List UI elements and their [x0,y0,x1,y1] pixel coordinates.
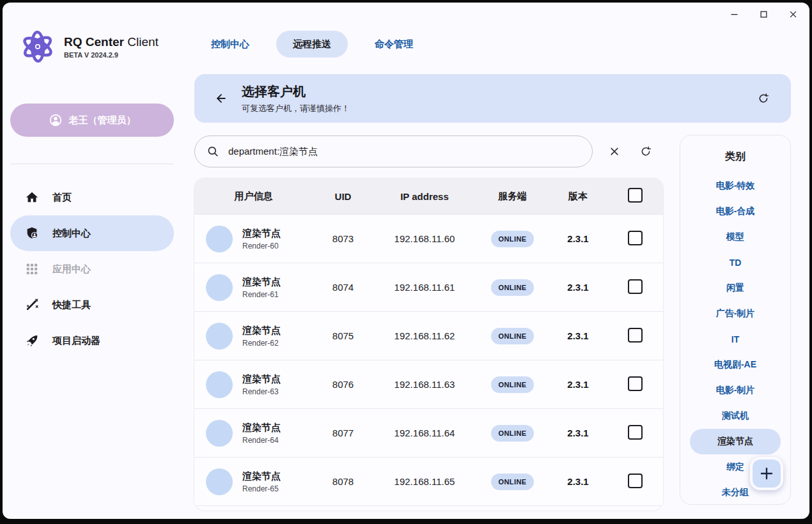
category-item[interactable]: 电影-制片 [690,378,781,403]
category-item[interactable]: IT [690,327,781,352]
category-item[interactable]: 电影-特效 [690,173,781,199]
sidebar-item-control-center[interactable]: 控制中心 [10,215,174,251]
sidebar-item-home[interactable]: 首页 [10,180,174,215]
client-ip: 192.168.11.63 [373,379,476,390]
category-list: 电影-特效 电影-合成 模型 TD 闲置 广告-制片 IT 电视剧-AE 电影-… [680,173,790,505]
col-header-user: 用户信息 [194,190,313,203]
table-header-row: 用户信息 UID IP address 服务端 版本 [194,178,663,214]
client-hostname: Render-65 [242,484,281,493]
user-name-label: 老王（管理员） [69,114,136,127]
sidebar-item-label: 控制中心 [52,227,91,240]
category-item[interactable]: 测试机 [690,403,781,429]
client-uid: 8078 [313,476,373,487]
client-version: 2.3.1 [549,428,607,438]
client-user-cell: 渲染节点 Render-61 [194,274,313,301]
col-header-uid: UID [313,191,373,202]
table-footer [194,505,663,511]
client-name: 渲染节点 [242,422,281,434]
client-hostname: Render-64 [242,436,281,445]
category-item[interactable]: 电视剧-AE [690,352,781,378]
row-checkbox[interactable] [628,328,643,343]
app-version: BETA V 2024.2.9 [64,51,159,59]
close-icon [788,10,798,19]
tab-control-center[interactable]: 控制中心 [194,31,266,58]
client-table: 用户信息 UID IP address 服务端 版本 渲染节点 Render-6… [194,178,663,511]
select-all-checkbox[interactable] [628,188,643,203]
close-button[interactable] [784,5,802,23]
avatar [206,420,233,447]
table-row[interactable]: 渲染节点 Render-63 8076 192.168.11.63 ONLINE… [194,360,663,408]
select-client-banner: 选择客户机 可复选客户机，请谨慎操作！ [194,74,791,123]
client-name: 渲染节点 [242,325,281,337]
table-row[interactable]: 渲染节点 Render-65 8078 192.168.11.65 ONLINE… [194,457,663,505]
row-checkbox[interactable] [628,376,643,391]
client-ip: 192.168.11.62 [373,330,476,341]
client-user-cell: 渲染节点 Render-62 [194,323,313,350]
sidebar-item-app-center[interactable]: 应用中心 [10,251,174,287]
table-row[interactable]: 渲染节点 Render-61 8074 192.168.11.61 ONLINE… [194,263,663,311]
plus-icon [759,466,774,481]
app-logo: RQ Center Client BETA V 2024.2.9 [19,28,159,65]
category-panel: 类别 电影-特效 电影-合成 模型 TD 闲置 广告-制片 IT 电视剧-AE … [680,135,791,505]
col-header-version: 版本 [549,190,607,203]
client-hostname: Render-62 [242,339,281,348]
category-item[interactable]: 闲置 [690,275,781,301]
client-uid: 8074 [313,282,373,293]
client-version: 2.3.1 [549,379,607,390]
sidebar-divider [10,164,174,164]
maximize-icon [759,10,769,19]
avatar [206,468,233,495]
tab-remote-push[interactable]: 远程推送 [276,31,348,58]
client-hostname: Render-60 [242,242,281,250]
status-badge: ONLINE [491,376,535,393]
client-version: 2.3.1 [549,233,607,244]
category-item[interactable]: TD [690,250,781,275]
clear-x-icon [609,144,620,158]
sidebar-item-label: 项目启动器 [52,335,100,347]
table-row[interactable]: 渲染节点 Render-60 8073 192.168.11.60 ONLINE… [194,214,663,263]
category-item[interactable]: 广告-制片 [690,301,781,327]
sidebar-item-quick-tools[interactable]: 快捷工具 [10,287,174,323]
sidebar-item-label: 快捷工具 [52,299,91,311]
col-header-ip: IP address [373,191,476,202]
client-user-cell: 渲染节点 Render-63 [194,371,313,398]
row-checkbox[interactable] [628,425,643,440]
search-icon [207,145,219,158]
table-row[interactable]: 渲染节点 Render-62 8075 192.168.11.62 ONLINE… [194,311,663,360]
category-panel-title: 类别 [680,150,790,164]
sidebar-item-project-launcher[interactable]: 项目启动器 [10,323,174,358]
client-ip: 192.168.11.61 [373,282,476,293]
avatar [206,323,233,350]
minimize-button[interactable] [725,5,743,23]
category-item[interactable]: 渲染节点 [690,429,781,454]
maximize-button[interactable] [754,5,772,23]
category-item[interactable]: 模型 [690,224,781,250]
user-badge[interactable]: 老王（管理员） [10,104,174,137]
table-row[interactable]: 渲染节点 Render-64 8077 192.168.11.64 ONLINE… [194,408,663,457]
sidebar-nav: 首页 控制中心 应用中心 [10,180,174,358]
search-input[interactable] [227,146,582,158]
avatar [206,226,233,252]
row-checkbox[interactable] [628,231,643,245]
client-version: 2.3.1 [549,282,607,293]
status-badge: ONLINE [491,474,535,490]
category-item[interactable]: 电影-合成 [690,199,781,224]
search-refresh-button[interactable] [636,142,655,161]
page-subtitle: 可复选客户机，请谨慎操作！ [242,103,350,114]
tab-command-manage[interactable]: 命令管理 [358,31,430,58]
refresh-icon [758,91,769,105]
client-uid: 8076 [313,379,373,390]
banner-refresh-button[interactable] [754,89,773,108]
page-title: 选择客户机 [242,83,350,100]
app-window: RQ Center Client BETA V 2024.2.9 老王（管理员）… [3,3,809,519]
client-name: 渲染节点 [242,227,281,240]
back-button[interactable] [211,88,231,109]
row-checkbox[interactable] [628,474,643,488]
client-name: 渲染节点 [242,373,281,385]
client-version: 2.3.1 [549,476,607,487]
refresh-icon [640,144,652,158]
row-checkbox[interactable] [628,279,643,294]
search-clear-button[interactable] [605,142,624,161]
window-controls [725,5,802,23]
add-category-button[interactable] [750,457,783,490]
